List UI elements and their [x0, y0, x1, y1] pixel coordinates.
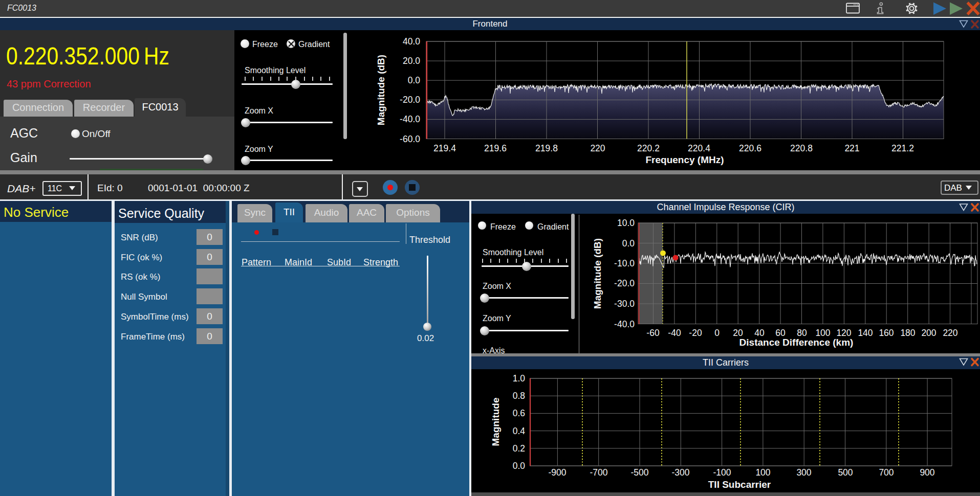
- svg-text:219.4: 219.4: [433, 143, 456, 153]
- svg-text:220.8: 220.8: [790, 143, 813, 153]
- svg-text:219.6: 219.6: [484, 143, 507, 153]
- svg-text:-40.0: -40.0: [400, 114, 420, 124]
- svg-text:20.0: 20.0: [403, 56, 420, 66]
- svg-text:220.4: 220.4: [688, 143, 710, 153]
- svg-text:219.8: 219.8: [535, 143, 558, 153]
- svg-text:Magnitude (dB): Magnitude (dB): [376, 55, 386, 125]
- svg-text:0.0: 0.0: [408, 75, 421, 85]
- svg-text:220.6: 220.6: [739, 143, 761, 153]
- svg-text:-60.0: -60.0: [400, 134, 420, 144]
- svg-text:40.0: 40.0: [403, 36, 420, 47]
- svg-text:221.2: 221.2: [891, 143, 914, 153]
- svg-text:-20.0: -20.0: [400, 95, 420, 105]
- svg-text:221: 221: [844, 143, 859, 153]
- svg-text:220: 220: [590, 143, 605, 153]
- svg-text:220.2: 220.2: [637, 143, 660, 153]
- svg-text:Frequency (MHz): Frequency (MHz): [645, 154, 724, 165]
